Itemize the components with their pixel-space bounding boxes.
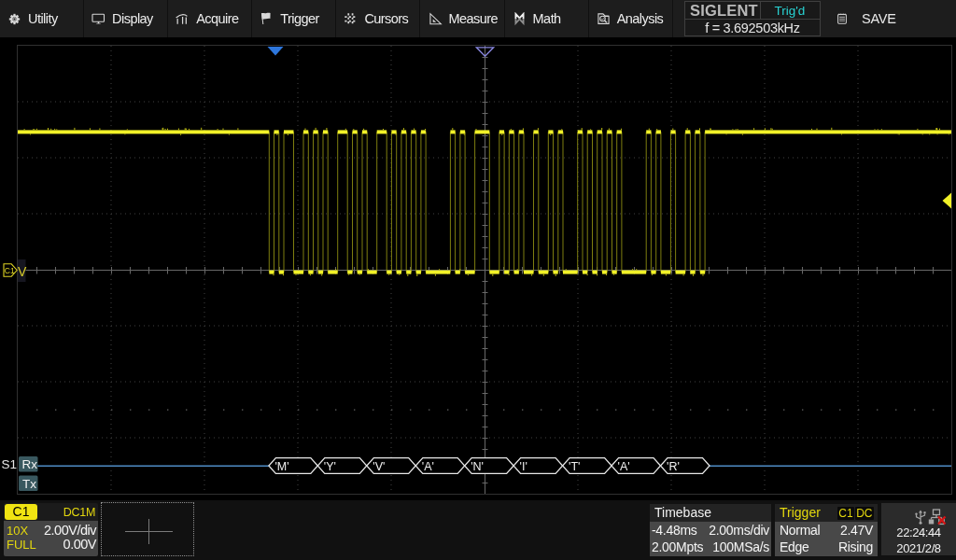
svg-text:'V': 'V': [373, 460, 385, 473]
svg-text:'Y': 'Y': [324, 460, 336, 473]
svg-text:'N': 'N': [471, 460, 484, 473]
svg-text:S1: S1: [2, 457, 18, 471]
svg-text:C1: C1: [5, 266, 15, 275]
svg-text:V: V: [18, 264, 27, 279]
svg-text:'A': 'A': [618, 460, 630, 473]
svg-text:'R': 'R': [667, 460, 680, 473]
svg-text:'M': 'M': [274, 460, 288, 473]
svg-text:'T': 'T': [569, 460, 580, 473]
svg-text:Tx: Tx: [22, 477, 36, 491]
svg-text:'I': 'I': [520, 460, 527, 473]
svg-text:'A': 'A': [422, 460, 434, 473]
svg-text:Rx: Rx: [22, 457, 38, 471]
